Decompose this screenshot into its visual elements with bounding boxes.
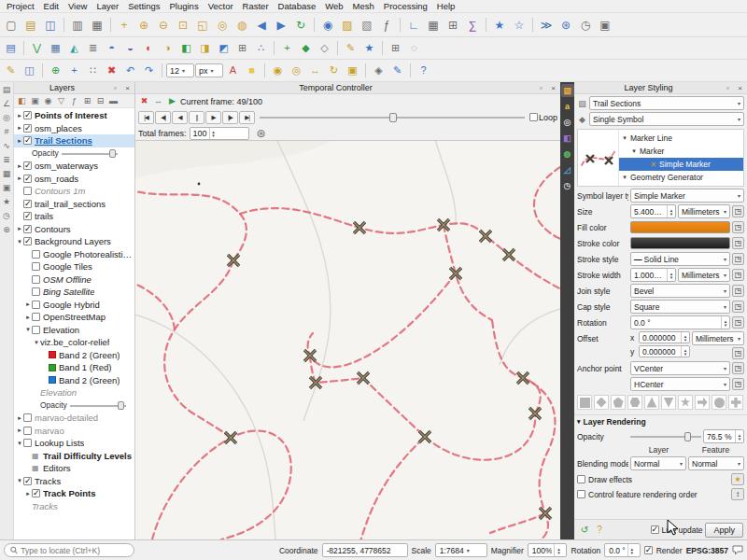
visibility-checkbox[interactable]	[23, 187, 32, 195]
render-checkbox[interactable]	[644, 546, 653, 554]
visibility-checkbox[interactable]	[32, 250, 40, 259]
menu-vector[interactable]: Vector	[204, 1, 238, 11]
zoom-native-button[interactable]: ⊡	[174, 16, 192, 35]
visibility-checkbox[interactable]	[32, 301, 40, 309]
anchor-vertical-select[interactable]: VCenter	[630, 361, 730, 375]
expander-icon[interactable]: ▸	[16, 162, 23, 170]
tracing-toggle-button[interactable]: ∿	[1, 140, 13, 152]
expander-icon[interactable]: ▾	[16, 238, 23, 245]
expander-icon[interactable]: ▸	[24, 301, 32, 308]
size-spinbox[interactable]: 5.400000	[630, 204, 676, 218]
data-source-manager-button[interactable]: ▤	[2, 39, 20, 57]
expander-icon[interactable]: ▸	[24, 314, 32, 321]
symbology-history-button[interactable]: ↺	[578, 524, 591, 537]
step-back-button[interactable]: ◀|	[155, 111, 171, 124]
new-shapefile-layer-button[interactable]: +	[278, 39, 296, 57]
float-panel-icon[interactable]	[110, 83, 120, 93]
effects-options-button[interactable]: ★	[731, 473, 744, 485]
decorations-button[interactable]: ◈	[370, 62, 388, 79]
new-virtual-layer-button[interactable]: ◇	[316, 39, 333, 57]
float-panel-icon[interactable]	[536, 83, 546, 93]
cap-style-select[interactable]: Square	[630, 300, 730, 314]
zoom-full-button[interactable]: ◱	[193, 16, 212, 35]
add-xyz-layer-button[interactable]: ⊞	[233, 39, 251, 57]
layer-item[interactable]: ▸Points of Interest	[14, 109, 134, 122]
zoom-to-selection-button[interactable]: ◎	[213, 16, 232, 35]
font-unit-combobox[interactable]: px	[195, 63, 223, 77]
menu-project[interactable]: Project	[2, 1, 39, 11]
opacity-slider-handle[interactable]	[684, 432, 691, 441]
shape-star-button[interactable]	[678, 395, 693, 410]
redo-button[interactable]: ↷	[140, 62, 158, 79]
stroke-width-spinbox[interactable]: 1.000000	[630, 268, 676, 282]
layers-panel-toggle-button[interactable]: ≣	[1, 154, 13, 166]
visibility-checkbox[interactable]	[32, 489, 40, 497]
collapse-all-button[interactable]: ⊟	[94, 95, 106, 107]
layer-item[interactable]: ▸osm_roads	[14, 173, 134, 186]
layer-item[interactable]: Bing Satellite	[14, 286, 134, 299]
show-bookmarks-button[interactable]: ★	[490, 16, 509, 35]
visibility-checkbox[interactable]	[23, 237, 32, 245]
bookmarks-manager-button[interactable]: ★	[360, 39, 378, 57]
change-label-button[interactable]: ▣	[344, 62, 361, 79]
move-feature-button[interactable]: +	[65, 62, 83, 79]
expander-icon[interactable]: ▸	[16, 225, 23, 232]
layer-blend-select[interactable]: Normal	[630, 456, 686, 470]
stroke-style-override-button[interactable]	[732, 253, 744, 265]
opacity-spinbox[interactable]: 76.5 %	[703, 429, 744, 443]
zoom-to-layer-button[interactable]: ◍	[233, 16, 251, 35]
add-delimited-text-button[interactable]: ≣	[84, 39, 102, 57]
offset-y-spinbox[interactable]: 0.000000	[639, 345, 690, 357]
zoom-out-button[interactable]: ⊖	[154, 16, 173, 35]
layer-item[interactable]: ▸marvao-detailed	[14, 412, 134, 425]
layer-item[interactable]: Opacity	[14, 399, 134, 413]
join-style-select[interactable]: Bevel	[630, 284, 730, 298]
add-wcs-layer-button[interactable]: ◨	[196, 39, 214, 57]
undo-button[interactable]: ↶	[121, 62, 139, 79]
add-wfs-layer-button[interactable]: ◩	[215, 39, 233, 57]
animated-navigation-button[interactable]: ▶	[166, 95, 178, 107]
menu-plugins[interactable]: Plugins	[164, 1, 203, 11]
toggle-editing-button[interactable]: ✎	[2, 62, 20, 79]
rotation-override-button[interactable]	[732, 316, 744, 329]
spin-arrows-icon[interactable]	[681, 332, 689, 343]
visibility-checkbox[interactable]	[23, 212, 32, 220]
zoom-next-button[interactable]: ▶	[272, 16, 290, 35]
expander-icon[interactable]: ▸	[16, 175, 23, 182]
add-raster-layer-button[interactable]: ▦	[47, 39, 64, 57]
layer-item[interactable]: Opacity	[14, 147, 134, 161]
close-panel-icon[interactable]	[735, 83, 745, 93]
menu-processing[interactable]: Processing	[379, 1, 432, 11]
spin-arrows-icon[interactable]	[209, 128, 218, 139]
save-layer-edits-button[interactable]: ◫	[21, 62, 38, 79]
spin-arrows-icon[interactable]	[627, 544, 636, 556]
temporal-settings-button[interactable]: ⊛	[252, 124, 271, 143]
visibility-checkbox[interactable]	[23, 427, 32, 435]
add-group-button[interactable]: ▣	[29, 95, 41, 107]
visibility-checkbox[interactable]	[23, 439, 32, 447]
float-panel-icon[interactable]	[723, 83, 733, 93]
layer-item[interactable]: ▸Contours	[14, 223, 134, 236]
shape-pentagon-button[interactable]	[611, 395, 626, 410]
anchor-horizontal-override-button[interactable]	[732, 378, 744, 390]
layer-item[interactable]: Elevation	[14, 386, 134, 399]
measure-line-button[interactable]: ∟	[404, 16, 423, 35]
menu-database[interactable]: Database	[274, 1, 321, 11]
deselect-features-button[interactable]: ▧	[358, 16, 376, 35]
stroke-width-unit-select[interactable]: Millimeters	[678, 268, 730, 282]
shape-diamond-button[interactable]	[594, 395, 609, 410]
expander-icon[interactable]: ▸	[16, 427, 23, 434]
shape-inverted-triangle-button[interactable]	[661, 395, 676, 410]
spin-arrows-icon[interactable]	[667, 205, 675, 217]
new-print-layout-button[interactable]: ▥	[68, 16, 87, 35]
play-backward-button[interactable]: ◀	[172, 111, 188, 124]
new-bookmark-button[interactable]: ☆	[510, 16, 529, 35]
skip-to-start-button[interactable]: |◀	[138, 111, 154, 124]
layer-item[interactable]: ▸Trail Sections	[14, 134, 134, 147]
offset-override-button[interactable]	[732, 347, 744, 359]
locate-bar[interactable]	[4, 543, 134, 557]
layer-item[interactable]: Contours 1m	[14, 185, 134, 198]
select-features-button[interactable]: ▨	[338, 16, 357, 35]
slider-handle[interactable]	[109, 149, 116, 158]
log-messages-button[interactable]: ▣	[596, 16, 614, 35]
